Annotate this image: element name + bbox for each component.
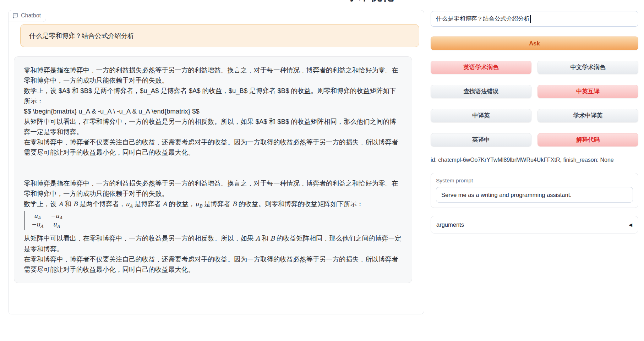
bot-raw-latex-formula: $$ \begin{bmatrix} u_A & -u_A \ -u_A & u…	[24, 106, 402, 116]
bot-rendered-paragraph: 零和博弈是指在博弈中，一方的利益损失必然等于另一方的利益增益。换言之，对于每一种…	[24, 178, 402, 199]
bot-rendered-paragraph: 在零和博弈中，博弈者不仅要关注自己的收益，还需要考虑对手的收益。因为一方取得的收…	[24, 254, 402, 275]
button-zh-en-mutual-translate[interactable]: 中英互译	[537, 85, 638, 98]
quick-action-grid: 英语学术润色 中文学术润色 查找语法错误 中英互译 中译英 学术中译英 英译中 …	[431, 61, 638, 147]
math-var: B	[270, 235, 275, 242]
accordion-collapse-icon[interactable]: ◀	[629, 222, 632, 227]
matrix-left-bracket	[24, 211, 27, 230]
user-message-bubble: 什么是零和博弈？结合公式介绍分析	[20, 24, 419, 47]
button-chinese-academic-polish[interactable]: 中文学术润色	[537, 61, 638, 74]
matrix-cell: −uA	[31, 221, 43, 228]
button-find-grammar-errors[interactable]: 查找语法错误	[431, 85, 531, 98]
page-title: ChatGPT 学术优化	[294, 0, 394, 3]
control-panel: 什么是零和博弈？结合公式介绍分析 Ask 英语学术润色 中文学术润色 查找语法错…	[431, 11, 638, 233]
system-prompt-value: Serve me as a writing and programming as…	[441, 192, 572, 198]
bot-raw-paragraph: 数学上，设 $A$ 和 $B$ 是两个博弈者，$u_A$ 是博弈者 $A$ 的收…	[24, 86, 402, 106]
math-var: uA	[126, 200, 133, 208]
system-prompt-card: System prompt Serve me as a writing and …	[431, 173, 638, 208]
arguments-accordion[interactable]: arguments ◀	[431, 216, 638, 233]
status-line: id: chatcmpl-6wOo7KrYTwMl89lbrMWRu4UkFFX…	[431, 157, 638, 163]
message-section-gap	[24, 158, 402, 178]
chatbot-label: Chatbot	[9, 10, 46, 22]
bot-raw-paragraph: 从矩阵中可以看出，在零和博弈中，一方的收益是另一方的相反数。所以，如果 $A$ …	[24, 116, 402, 137]
math-var: A	[163, 200, 167, 208]
matrix-cell: uA	[31, 212, 43, 220]
math-var: A	[59, 200, 63, 208]
chat-bubble-icon	[12, 13, 18, 19]
button-english-academic-polish[interactable]: 英语学术润色	[431, 61, 531, 74]
arguments-accordion-label: arguments	[436, 221, 464, 228]
chatbot-label-text: Chatbot	[21, 12, 41, 19]
question-input-value: 什么是零和博弈？结合公式介绍分析	[436, 15, 530, 23]
chatbot-panel: Chatbot 什么是零和博弈？结合公式介绍分析 零和博弈是指在博弈中，一方的利…	[8, 10, 424, 314]
button-academic-zh-to-en[interactable]: 学术中译英	[537, 109, 638, 122]
system-prompt-label: System prompt	[436, 177, 633, 184]
user-message-text: 什么是零和博弈？结合公式介绍分析	[29, 32, 134, 39]
math-var: uB	[195, 200, 202, 208]
matrix-right-bracket	[67, 211, 69, 230]
payoff-matrix: uA −uA −uA uA	[24, 211, 69, 230]
text-cursor	[530, 15, 531, 23]
bot-message-bubble: 零和博弈是指在博弈中，一方的利益损失必然等于另一方的利益增益。换言之，对于每一种…	[14, 56, 412, 283]
button-zh-to-en[interactable]: 中译英	[431, 109, 531, 122]
matrix-cell: −uA	[50, 212, 62, 220]
math-var: B	[232, 200, 237, 208]
system-prompt-input[interactable]: Serve me as a writing and programming as…	[436, 187, 633, 203]
question-input[interactable]: 什么是零和博弈？结合公式介绍分析	[431, 11, 638, 27]
button-explain-code[interactable]: 解释代码	[537, 133, 638, 147]
math-var: B	[73, 200, 78, 208]
ask-button[interactable]: Ask	[431, 37, 638, 50]
button-en-to-zh[interactable]: 英译中	[431, 133, 531, 147]
bot-raw-paragraph: 零和博弈是指在博弈中，一方的利益损失必然等于另一方的利益增益。换言之，对于每一种…	[24, 65, 402, 86]
matrix-cell: uA	[50, 221, 62, 228]
bot-rendered-paragraph: 从矩阵中可以看出，在零和博弈中，一方的收益是另一方的相反数。所以，如果 A 和 …	[24, 233, 402, 254]
bot-raw-paragraph: 在零和博弈中，博弈者不仅要关注自己的收益，还需要考虑对手的收益。因为一方取得的收…	[24, 137, 402, 158]
bot-rendered-math-intro: 数学上，设 A 和 B 是两个博弈者，uA 是博弈者 A 的收益，uB 是博弈者…	[24, 199, 402, 209]
math-var: A	[256, 235, 260, 242]
